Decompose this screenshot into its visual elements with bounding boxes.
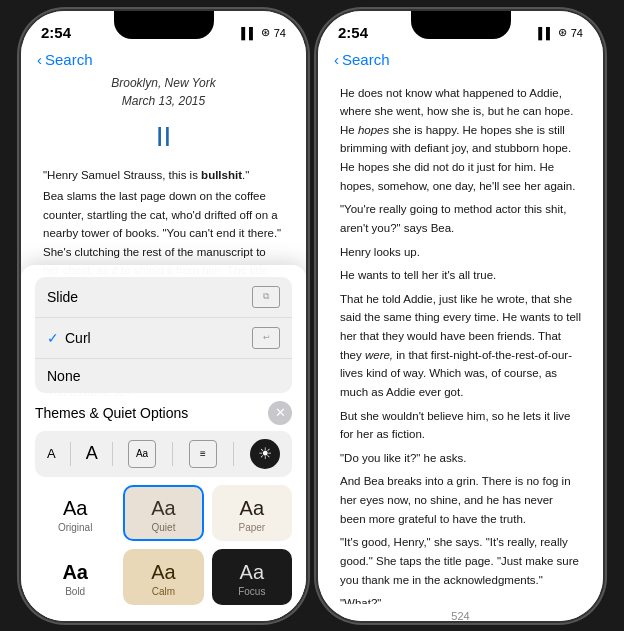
font-sep-3: [172, 442, 173, 466]
transition-options: Slide ⧉ ✓ Curl ↩: [35, 277, 292, 393]
nav-bar-left: ‹ Search: [21, 47, 306, 74]
status-bar-left: 2:54 ▌▌ ⊛ 74: [21, 11, 306, 47]
theme-bold[interactable]: Aa Bold: [35, 549, 115, 605]
status-icons-right: ▌▌ ⊛ 74: [538, 26, 583, 39]
wifi-icon-right: ⊛: [558, 26, 567, 39]
font-icons: Aa ≡ ☀: [128, 439, 280, 469]
curl-icon: ↩: [252, 327, 280, 349]
font-style-icon[interactable]: Aa: [128, 440, 156, 468]
brightness-button[interactable]: ☀: [250, 439, 280, 469]
transition-none[interactable]: None: [35, 359, 292, 393]
layout-icon[interactable]: ≡: [189, 440, 217, 468]
theme-paper[interactable]: Aa Paper: [212, 485, 292, 541]
themes-title: Themes & Quiet Options: [35, 405, 188, 421]
time-left: 2:54: [41, 24, 71, 41]
right-phone: 2:54 ▌▌ ⊛ 74 ‹ Search He does not know w…: [318, 11, 603, 621]
phones-container: 2:54 ▌▌ ⊛ 74 ‹ Search Brook: [21, 11, 603, 621]
wifi-icon: ⊛: [261, 26, 270, 39]
transition-slide[interactable]: Slide ⧉: [35, 277, 292, 318]
left-screen: 2:54 ▌▌ ⊛ 74 ‹ Search Brook: [21, 11, 306, 621]
themes-header: Themes & Quiet Options ✕: [35, 401, 292, 425]
font-sep-1: [70, 442, 71, 466]
back-button-left[interactable]: ‹ Search: [37, 51, 93, 68]
close-button[interactable]: ✕: [268, 401, 292, 425]
signal-icon: ▌▌: [241, 27, 257, 39]
book-location: Brooklyn, New York March 13, 2015: [43, 74, 284, 111]
overlay-panel: Slide ⧉ ✓ Curl ↩: [21, 265, 306, 621]
nav-bar-right: ‹ Search: [318, 47, 603, 74]
slide-icon: ⧉: [252, 286, 280, 308]
theme-quiet[interactable]: Aa Quiet: [123, 485, 203, 541]
font-sep-4: [233, 442, 234, 466]
chapter-number: II: [43, 115, 284, 158]
book-content-right: He does not know what happened to Addie,…: [318, 74, 603, 604]
status-bar-right: 2:54 ▌▌ ⊛ 74: [318, 11, 603, 47]
left-phone: 2:54 ▌▌ ⊛ 74 ‹ Search Brook: [21, 11, 306, 621]
status-icons-left: ▌▌ ⊛ 74: [241, 26, 286, 39]
theme-grid: Aa Original Aa Quiet Aa Paper: [35, 485, 292, 605]
page-number: 524: [318, 604, 603, 621]
sun-icon: ☀: [258, 444, 272, 463]
theme-original[interactable]: Aa Original: [35, 485, 115, 541]
slide-label: Slide: [47, 289, 78, 305]
font-sep-2: [112, 442, 113, 466]
font-size-row: A A Aa ≡ ☀: [35, 431, 292, 477]
right-screen: 2:54 ▌▌ ⊛ 74 ‹ Search He does not know w…: [318, 11, 603, 621]
theme-calm[interactable]: Aa Calm: [123, 549, 203, 605]
back-button-right[interactable]: ‹ Search: [334, 51, 390, 68]
theme-focus[interactable]: Aa Focus: [212, 549, 292, 605]
chevron-left-icon: ‹: [37, 51, 42, 68]
signal-icon-right: ▌▌: [538, 27, 554, 39]
time-right: 2:54: [338, 24, 368, 41]
battery-icon: 74: [274, 27, 286, 39]
font-size-small[interactable]: A: [47, 446, 56, 461]
chevron-left-icon-right: ‹: [334, 51, 339, 68]
transition-curl[interactable]: ✓ Curl ↩: [35, 318, 292, 359]
font-size-large[interactable]: A: [86, 443, 98, 464]
check-icon: ✓: [47, 330, 59, 346]
battery-icon-right: 74: [571, 27, 583, 39]
